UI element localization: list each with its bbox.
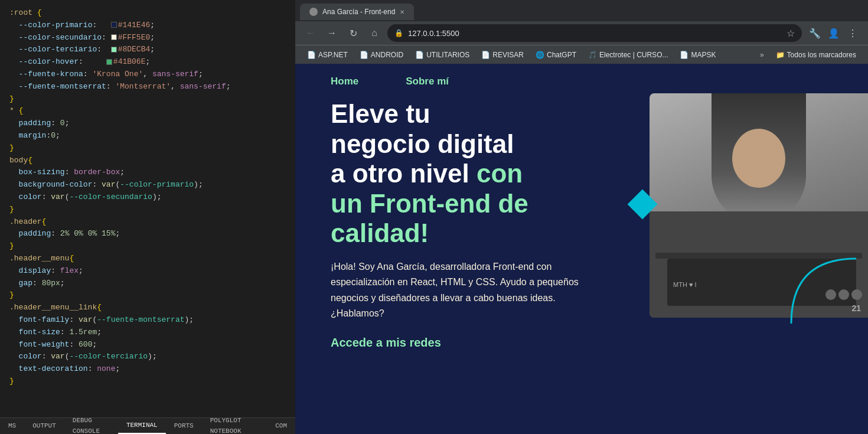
tab-output[interactable]: OUTPUT (24, 418, 64, 434)
bookmark-folder-icon: 📄 (307, 51, 316, 59)
hero-description: ¡Hola! Soy Ana García, desarrolladora Fr… (331, 259, 585, 322)
tab-close-button[interactable]: ✕ (400, 9, 404, 15)
bookmark-revisar-label: REVISAR (492, 51, 524, 59)
code-line-23: padding: 2% 0% 0% 15%; (9, 228, 286, 240)
bookmark-aspnet-label: ASP.NET (318, 51, 348, 59)
code-line-22: .header{ (9, 216, 286, 229)
hero-text: Eleve tunegocio digitala otro nivel conu… (331, 99, 638, 350)
address-bar[interactable]: 🔒 127.0.0.1:5500 ☆ (387, 24, 802, 42)
bookmark-all-button[interactable]: 📁 Todos los marcadores (771, 50, 861, 60)
bookmark-aspnet[interactable]: 📄 ASP.NET (302, 50, 353, 60)
bookmarks-more-button[interactable]: » (755, 50, 769, 60)
code-line-17: box-sizing: border-box; (9, 167, 286, 179)
extensions-icon[interactable]: 🔧 (807, 25, 823, 41)
tab-terminal[interactable]: TERMINAL (118, 418, 166, 434)
code-line-11: * { (9, 105, 286, 118)
lock-icon: 🔒 (394, 29, 403, 37)
tab-ms[interactable]: MS (0, 418, 24, 434)
code-line-29: } (9, 289, 286, 302)
tab-ports[interactable]: PORTS (166, 418, 202, 434)
bookmark-mapsk[interactable]: 📄 MAPSK (675, 50, 720, 60)
tab-com[interactable]: COM (267, 418, 295, 434)
code-line-35: color: var(--color-terciario); (9, 351, 286, 363)
code-line-31: .header__menu__link{ (9, 302, 286, 314)
website-content: Home Sobre mí Eleve tunegocio digitala o… (295, 64, 868, 434)
code-line-27: display: flex; (9, 265, 286, 278)
bookmark-utilitarios-label: UTILITARIOS (426, 51, 469, 59)
browser-tab[interactable]: Ana García - Front-end ✕ (300, 4, 414, 20)
code-line-2: --color-primario: #141E46; (9, 19, 286, 32)
bookmark-folder-icon-4: 📄 (481, 51, 490, 59)
code-line-4: --color-terciario: #8DECB4; (9, 44, 286, 56)
bookmark-all-icon: 📁 (776, 51, 785, 59)
tab-title: Ana García - Front-end (322, 8, 395, 16)
code-line-3: --color-secundario: #FFF5E0; (9, 32, 286, 44)
bookmark-android[interactable]: 📄 ANDROID (355, 50, 408, 60)
bookmark-chatgpt-icon: 🌐 (536, 51, 544, 59)
menu-icon[interactable]: ⋮ (844, 25, 861, 41)
tab-polyglot-notebook[interactable]: POLYGLOT NOTEBOOK (202, 418, 267, 434)
editor-tab-bar: MS OUTPUT DEBUG CONSOLE TERMINAL PORTS P… (0, 417, 295, 434)
tab-debug-console[interactable]: DEBUG CONSOLE (64, 418, 118, 434)
code-line-32: font-family: var(--fuente-montserrat); (9, 314, 286, 327)
code-line-9: } (9, 93, 286, 106)
home-button[interactable]: ⌂ (366, 25, 383, 41)
code-line-12: padding: 0; (9, 118, 286, 130)
bookmark-folder-icon-3: 📄 (415, 51, 424, 59)
bookmark-electrotec[interactable]: 🎵 Electrotec | CURSO... (583, 50, 673, 60)
code-line-14: } (9, 142, 286, 155)
bookmark-chatgpt[interactable]: 🌐 ChatGPT (531, 50, 581, 60)
code-line-1: :root { (9, 7, 286, 19)
nav-home[interactable]: Home (331, 76, 358, 87)
code-editor: :root { --color-primario: #141E46; --col… (0, 0, 295, 434)
bookmark-chatgpt-label: ChatGPT (547, 51, 576, 59)
code-line-7: --fuente-krona: 'Krona One', sans-serif; (9, 68, 286, 81)
code-line-37: } (9, 376, 286, 388)
code-line-13: margin:0; (9, 130, 286, 142)
bookmark-mapsk-icon: 📄 (680, 51, 688, 59)
nav-right-icons: 🔧 👤 ⋮ (807, 25, 861, 41)
bookmark-all-label: Todos los marcadores (787, 51, 856, 59)
code-line-16: body{ (9, 155, 286, 167)
back-button[interactable]: ← (302, 25, 319, 41)
nav-sobre-mi[interactable]: Sobre mí (406, 76, 449, 87)
bookmark-revisar[interactable]: 📄 REVISAR (477, 50, 528, 60)
arc-decoration (785, 253, 862, 329)
browser-tab-bar: Ana García - Front-end ✕ (295, 0, 868, 21)
code-line-20: } (9, 204, 286, 216)
bookmark-electrotec-label: Electrotec | CURSO... (599, 51, 668, 59)
browser-panel: Ana García - Front-end ✕ ← → ↻ ⌂ 🔒 127.0… (295, 0, 868, 434)
url-text: 127.0.0.1:5500 (408, 29, 459, 38)
profile-icon[interactable]: 👤 (825, 25, 842, 41)
code-line-18: background-color: var(--color-primario); (9, 179, 286, 191)
code-line-33: font-size: 1.5rem; (9, 327, 286, 339)
forward-button[interactable]: → (324, 25, 340, 41)
browser-chrome: Ana García - Front-end ✕ ← → ↻ ⌂ 🔒 127.0… (295, 0, 868, 64)
bookmarks-bar: 📄 ASP.NET 📄 ANDROID 📄 UTILITARIOS 📄 REVI… (295, 45, 868, 64)
code-line-5: --color-hover: #41B06E; (9, 56, 286, 68)
browser-nav-bar: ← → ↻ ⌂ 🔒 127.0.0.1:5500 ☆ 🔧 👤 ⋮ (295, 21, 868, 45)
hero-image-container: 21 MTH ♥ I (620, 87, 868, 335)
code-line-19: color: var(--color-secundario); (9, 191, 286, 204)
code-line-36: text-decoration: none; (9, 363, 286, 376)
bookmark-utilitarios[interactable]: 📄 UTILITARIOS (410, 50, 474, 60)
code-line-8: --fuente-montserrat: 'Montserrat', sans-… (9, 81, 286, 93)
bookmark-electrotec-icon: 🎵 (588, 51, 597, 59)
bookmark-android-label: ANDROID (371, 51, 403, 59)
code-line-34: font-weight: 600; (9, 339, 286, 351)
hero-heading: Eleve tunegocio digitala otro nivel conu… (331, 99, 638, 249)
code-line-28: gap: 80px; (9, 278, 286, 290)
code-line-24: } (9, 240, 286, 253)
bookmark-star-icon[interactable]: ☆ (787, 28, 795, 39)
bookmark-mapsk-label: MAPSK (691, 51, 716, 59)
tab-favicon (309, 8, 318, 16)
bookmark-folder-icon-2: 📄 (360, 51, 368, 59)
reload-button[interactable]: ↻ (345, 25, 361, 41)
hero-section: Eleve tunegocio digitala otro nivel conu… (295, 93, 868, 350)
hero-cta[interactable]: Accede a mis redes (331, 336, 638, 350)
code-line-26: .header__menu{ (9, 253, 286, 265)
